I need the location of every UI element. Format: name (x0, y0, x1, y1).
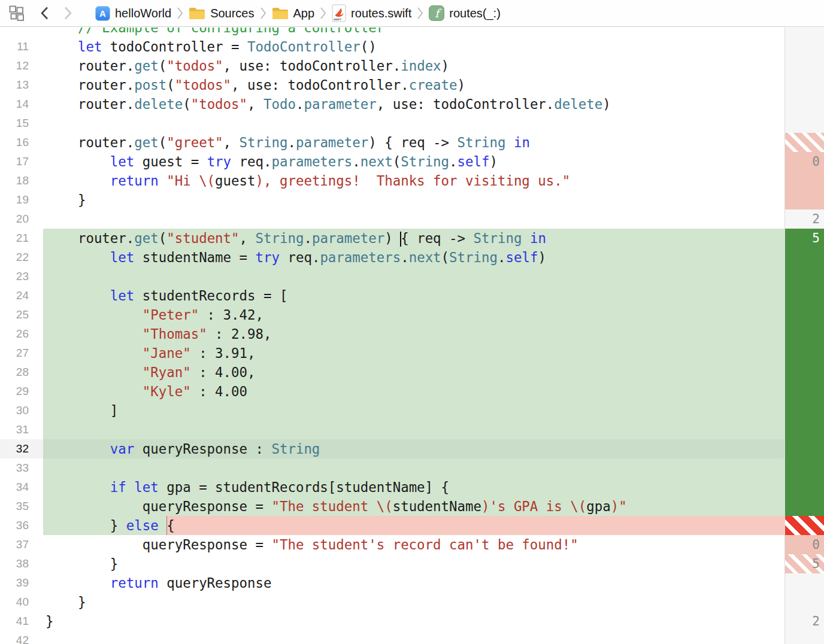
code-text[interactable]: } (43, 554, 784, 573)
code-text[interactable]: } else { (43, 516, 784, 535)
code-text[interactable]: router.get("greet", String.parameter) { … (43, 133, 784, 152)
line-number[interactable]: 26 (0, 324, 43, 344)
line-number[interactable]: 36 (0, 516, 43, 535)
line-number[interactable]: 40 (0, 593, 43, 612)
code-text[interactable] (43, 114, 784, 133)
code-text[interactable]: return "Hi \(guest), greetings! Thanks f… (43, 171, 784, 190)
code-line[interactable]: 10 // Example of configuring a controlle… (0, 28, 784, 37)
code-text[interactable]: "Jane" : 3.91, (43, 344, 784, 363)
ribbon-added-segment[interactable] (785, 229, 824, 516)
code-text[interactable]: queryResponse = "The student \(studentNa… (43, 497, 784, 516)
code-text[interactable] (43, 631, 784, 644)
line-number[interactable]: 30 (0, 401, 43, 420)
code-text[interactable]: let guest = try req.parameters.next(Stri… (43, 152, 784, 171)
code-line[interactable]: 16 router.get("greet", String.parameter)… (0, 133, 784, 152)
code-line[interactable]: 22 let studentName = try req.parameters.… (0, 248, 784, 267)
code-text[interactable]: // Example of configuring a controller (43, 28, 784, 37)
breadcrumb-item-project[interactable]: A helloWorld (95, 6, 171, 21)
code-line[interactable]: 13 router.post("todos", use: todoControl… (0, 75, 784, 95)
code-text[interactable]: router.delete("todos", Todo.parameter, u… (43, 95, 784, 114)
line-number[interactable]: 12 (0, 56, 43, 75)
code-text[interactable]: router.get("todos", use: todoController.… (43, 56, 784, 75)
code-line[interactable]: 27 "Jane" : 3.91, (0, 344, 784, 363)
line-number[interactable]: 18 (0, 171, 43, 190)
code-text[interactable] (43, 420, 784, 439)
code-line[interactable]: 32 var queryResponse : String (0, 439, 784, 458)
line-number[interactable]: 38 (0, 554, 43, 573)
code-text[interactable]: ] (43, 401, 784, 420)
line-number[interactable]: 22 (0, 248, 43, 267)
code-line[interactable]: 37 queryResponse = "The student's record… (0, 535, 784, 554)
code-line[interactable]: 15 (0, 114, 784, 133)
code-line[interactable]: 33 (0, 458, 784, 478)
line-number[interactable]: 27 (0, 344, 43, 363)
code-text[interactable]: "Ryan" : 4.00, (43, 363, 784, 382)
related-items-icon[interactable] (9, 5, 25, 21)
code-text[interactable]: } (43, 612, 784, 631)
line-number[interactable]: 29 (0, 382, 43, 401)
code-line[interactable]: 21 router.get("student", String.paramete… (0, 229, 784, 248)
code-line[interactable]: 30 ] (0, 401, 784, 420)
ribbon-removed-hatch-segment[interactable] (785, 133, 824, 152)
code-text[interactable]: return queryResponse (43, 573, 784, 593)
line-number[interactable]: 37 (0, 535, 43, 554)
code-text[interactable] (43, 209, 784, 229)
code-line[interactable]: 24 let studentRecords = [ (0, 286, 784, 305)
code-line[interactable]: 34 if let gpa = studentRecords[studentNa… (0, 478, 784, 497)
line-number[interactable]: 34 (0, 478, 43, 497)
breadcrumb-item-app[interactable]: App (272, 7, 315, 20)
line-number[interactable]: 31 (0, 420, 43, 439)
code-text[interactable] (43, 267, 784, 286)
line-number[interactable]: 17 (0, 152, 43, 171)
code-line[interactable]: 28 "Ryan" : 4.00, (0, 363, 784, 382)
code-line[interactable]: 42 (0, 631, 784, 644)
code-text[interactable]: } (43, 190, 784, 209)
code-line[interactable]: 36 } else { (0, 516, 784, 535)
code-line[interactable]: 35 queryResponse = "The student \(studen… (0, 497, 784, 516)
breadcrumb-item-sources[interactable]: Sources (189, 7, 254, 20)
code-line[interactable]: 14 router.delete("todos", Todo.parameter… (0, 95, 784, 114)
code-text[interactable]: let todoController = TodoController() (43, 37, 784, 56)
line-number[interactable]: 16 (0, 133, 43, 152)
back-icon[interactable] (39, 5, 51, 21)
line-number[interactable]: 41 (0, 612, 43, 631)
line-number[interactable]: 21 (0, 229, 43, 248)
line-number[interactable]: 25 (0, 305, 43, 324)
code-line[interactable]: 19 } (0, 190, 784, 209)
line-number[interactable]: 28 (0, 363, 43, 382)
code-text[interactable]: router.get("student", String.parameter) … (43, 229, 784, 248)
line-number[interactable]: 33 (0, 458, 43, 478)
code-text[interactable]: let studentRecords = [ (43, 286, 784, 305)
line-number[interactable]: 13 (0, 75, 43, 95)
line-number[interactable]: 42 (0, 631, 43, 644)
code-text[interactable]: "Peter" : 3.42, (43, 305, 784, 324)
line-number[interactable]: 24 (0, 286, 43, 305)
line-number[interactable]: 19 (0, 190, 43, 209)
code-text[interactable]: if let gpa = studentRecords[studentName]… (43, 478, 784, 497)
line-number[interactable]: 11 (0, 37, 43, 56)
code-line[interactable]: 11 let todoController = TodoController() (0, 37, 784, 56)
code-line[interactable]: 12 router.get("todos", use: todoControll… (0, 56, 784, 75)
change-ribbon[interactable]: 025052 (784, 28, 824, 644)
line-number[interactable]: 10 (0, 28, 43, 37)
code-text[interactable]: router.post("todos", use: todoController… (43, 75, 784, 95)
source-editor[interactable]: 10 // Example of configuring a controlle… (0, 28, 784, 644)
code-text[interactable]: "Kyle" : 4.00 (43, 382, 784, 401)
code-line[interactable]: 26 "Thomas" : 2.98, (0, 324, 784, 344)
code-text[interactable]: "Thomas" : 2.98, (43, 324, 784, 344)
code-line[interactable]: 18 return "Hi \(guest), greetings! Thank… (0, 171, 784, 190)
code-text[interactable] (43, 458, 784, 478)
code-line[interactable]: 41} (0, 612, 784, 631)
forward-icon[interactable] (62, 5, 74, 21)
code-text[interactable]: } (43, 593, 784, 612)
code-line[interactable]: 40 } (0, 593, 784, 612)
code-line[interactable]: 39 return queryResponse (0, 573, 784, 593)
line-number[interactable]: 32 (0, 439, 43, 458)
code-line[interactable]: 31 (0, 420, 784, 439)
ribbon-removed-hatch-bold-segment[interactable] (785, 516, 824, 535)
code-line[interactable]: 20 (0, 209, 784, 229)
line-number[interactable]: 20 (0, 209, 43, 229)
code-line[interactable]: 17 let guest = try req.parameters.next(S… (0, 152, 784, 171)
code-text[interactable]: var queryResponse : String (43, 439, 784, 458)
line-number[interactable]: 39 (0, 573, 43, 593)
